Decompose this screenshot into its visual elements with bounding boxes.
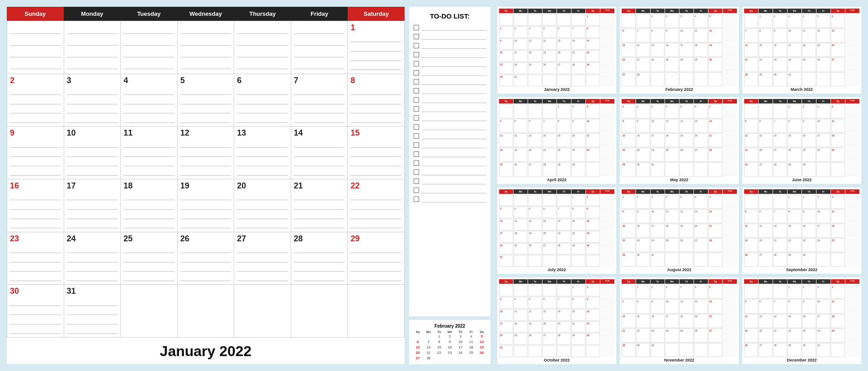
mini-day: 22 — [434, 350, 444, 355]
todo-item — [414, 97, 486, 103]
cal-cell-22: 22 — [348, 179, 405, 232]
cal-cell-14: 14 — [291, 127, 348, 179]
mini-day: 11 — [466, 339, 476, 344]
month-label-november: November 2022 — [622, 358, 737, 362]
mini-day: 15 — [434, 345, 444, 350]
todo-checkbox[interactable] — [414, 142, 419, 148]
todo-checkbox[interactable] — [414, 124, 419, 130]
todo-item — [414, 52, 486, 58]
calendar-header: Sunday Monday Tuesday Wednesday Thursday… — [7, 7, 405, 21]
todo-checkbox[interactable] — [414, 133, 419, 139]
mini-header: Su — [413, 330, 423, 333]
todo-checkbox[interactable] — [414, 169, 419, 175]
todo-checkbox[interactable] — [414, 43, 419, 48]
mini-day: 20 — [413, 350, 423, 355]
cal-cell-26: 26 — [178, 232, 235, 285]
day-monday: Monday — [64, 7, 121, 21]
cal-cell-empty — [64, 21, 121, 74]
mini-day: 7 — [424, 339, 434, 344]
day-tuesday: Tuesday — [120, 7, 177, 21]
cal-cell-28: 28 — [291, 232, 348, 285]
month-thumb-january: Su Mo Tu We Th Fr Sa TO-DO 1 2345678 910… — [497, 7, 616, 94]
cal-cell-10: 10 — [64, 127, 121, 179]
month-label-may: May 2022 — [622, 178, 737, 182]
mini-day: 6 — [413, 339, 423, 344]
todo-checkbox[interactable] — [414, 34, 419, 39]
mini-day — [455, 356, 466, 361]
mini-day: 10 — [455, 339, 466, 344]
cal-cell-empty — [178, 21, 235, 74]
mini-header: Fr — [466, 330, 476, 333]
cal-cell-18: 18 — [121, 179, 178, 232]
mini-day — [434, 356, 444, 361]
todo-checkbox[interactable] — [414, 178, 419, 184]
month-label-january: January 2022 — [499, 87, 614, 92]
mini-header: We — [445, 330, 455, 333]
todo-checkbox[interactable] — [414, 52, 419, 57]
mini-day: 28 — [424, 356, 434, 361]
todo-checkbox[interactable] — [414, 79, 419, 85]
todo-item — [414, 61, 486, 67]
todo-checkbox[interactable] — [414, 160, 419, 166]
mini-day: 3 — [455, 334, 466, 339]
cal-cell-16: 16 — [7, 179, 64, 232]
mini-day: 13 — [413, 345, 423, 350]
todo-item — [414, 124, 486, 130]
mini-day: 23 — [445, 350, 455, 355]
cal-cell-6: 6 — [234, 74, 291, 127]
mini-day: 16 — [445, 345, 455, 350]
cal-cell-7: 7 — [291, 74, 348, 127]
mini-day: 12 — [476, 339, 487, 344]
todo-title: TO-DO LIST: — [414, 12, 486, 20]
month-thumb-december: SuMoTuWeThFrSaTO-DO 1234 567891011 12131… — [742, 277, 861, 364]
todo-checkbox[interactable] — [414, 151, 419, 157]
todo-item — [414, 133, 486, 139]
todo-checkbox[interactable] — [414, 115, 419, 121]
cal-cell-27: 27 — [234, 232, 291, 285]
month-thumb-february: SuMoTuWeThFrSaTO-DO 12345 6789101112 131… — [620, 7, 739, 94]
mini-day: 17 — [455, 345, 466, 350]
mini-day — [445, 356, 455, 361]
month-label-september: September 2022 — [744, 268, 859, 272]
todo-item — [414, 160, 486, 166]
todo-checkbox[interactable] — [414, 70, 419, 75]
cal-cell-12: 12 — [178, 127, 235, 179]
todo-box: TO-DO LIST: — [409, 7, 491, 316]
cal-cell-20: 20 — [234, 179, 291, 232]
month-thumb-june: SuMoTuWeThFrSaTO-DO 1234 567891011 12131… — [742, 97, 861, 184]
todo-item — [414, 88, 486, 94]
todo-checkbox[interactable] — [414, 25, 419, 30]
month-thumb-november: SuMoTuWeThFrSaTO-DO 123456 78910111213 1… — [620, 277, 739, 364]
mini-day: 5 — [476, 334, 487, 339]
cal-cell-empty — [348, 285, 405, 338]
month-thumb-march: SuMoTuWeThFrSaTO-DO 123456 78910111213 1… — [742, 7, 861, 94]
calendar-grid: 1 2 3 4 5 6 7 8 9 10 11 12 13 14 15 16 1… — [7, 21, 405, 338]
day-friday: Friday — [291, 7, 348, 21]
todo-checkbox[interactable] — [414, 97, 419, 103]
main-calendar: Sunday Monday Tuesday Wednesday Thursday… — [7, 7, 405, 364]
mini-day: 21 — [424, 350, 434, 355]
todo-panel: TO-DO LIST: February 2022 Su — [409, 7, 491, 364]
todo-checkbox[interactable] — [414, 61, 419, 66]
todo-checkbox[interactable] — [414, 88, 419, 94]
month-thumb-july: SuMoTuWeThFrSaTO-DO 12 3456789 101112131… — [497, 188, 616, 274]
todo-item — [414, 142, 486, 148]
cal-cell-empty — [234, 21, 291, 74]
day-saturday: Saturday — [348, 7, 405, 21]
cal-cell-29: 29 — [348, 232, 405, 285]
cal-cell-15: 15 — [348, 127, 405, 179]
cal-cell-3: 3 — [64, 74, 121, 127]
cal-cell-2: 2 — [7, 74, 64, 127]
todo-checkbox[interactable] — [414, 197, 419, 202]
todo-checkbox[interactable] — [414, 188, 419, 193]
cal-cell-empty — [121, 285, 178, 338]
mini-day — [424, 334, 434, 339]
todo-checkbox[interactable] — [414, 106, 419, 112]
month-thumb-may: SuMoTuWeThFrSaTO-DO 1234567 891011121314… — [620, 97, 739, 184]
month-label-october: October 2022 — [499, 358, 614, 362]
cal-cell-empty — [7, 21, 64, 74]
mini-day: 24 — [455, 350, 466, 355]
todo-item — [414, 115, 486, 121]
month-label-june: June 2022 — [744, 178, 859, 182]
mini-header: Th — [455, 330, 466, 333]
